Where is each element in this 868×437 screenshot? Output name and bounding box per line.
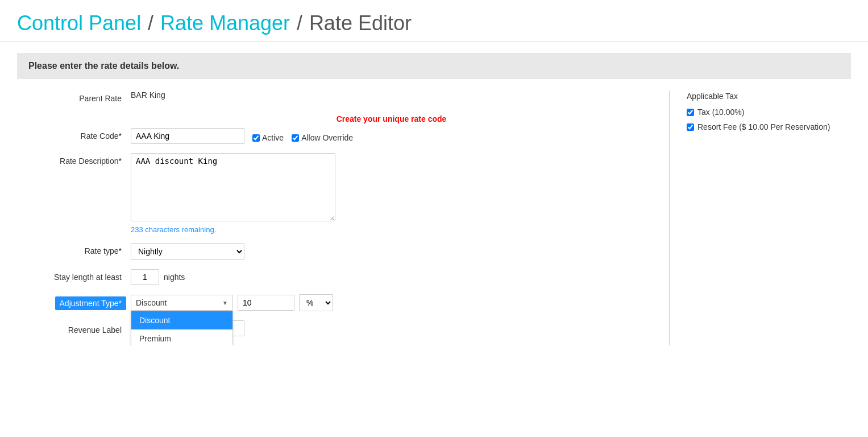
form-left: Parent Rate BAR King Create your unique … (17, 90, 669, 345)
rate-type-row: Rate type* Nightly Fixed (17, 243, 652, 260)
allow-override-checkbox-label[interactable]: Allow Override (292, 133, 353, 142)
rate-code-row: Rate Code* Active Allow Override (17, 128, 652, 144)
stay-length-label: Stay length at least (17, 269, 131, 282)
checkboxes-row: Active Allow Override (252, 130, 353, 142)
revenue-label-label: Revenue Label (17, 322, 131, 335)
stay-length-row: Stay length at least nights (17, 269, 652, 285)
rate-type-area: Nightly Fixed (131, 243, 652, 260)
tax1-label: Tax (10.00%) (697, 108, 744, 117)
adjustment-option-discount[interactable]: Discount (131, 311, 232, 329)
stay-length-input[interactable] (131, 269, 159, 285)
stay-length-unit: nights (164, 273, 185, 282)
active-checkbox-label[interactable]: Active (252, 133, 284, 142)
form-layout: Parent Rate BAR King Create your unique … (17, 90, 851, 345)
adjustment-option-premium[interactable]: Premium (131, 329, 232, 345)
rate-code-label: Rate Code* (17, 128, 131, 141)
tax2-checkbox[interactable] (687, 123, 694, 131)
rate-code-input[interactable] (131, 128, 244, 144)
chars-remaining: 233 characters remaining. (131, 225, 652, 234)
active-checkbox[interactable] (252, 134, 260, 142)
rate-description-label: Rate Description* (17, 153, 131, 166)
allow-override-label: Allow Override (301, 133, 353, 142)
adjustment-type-arrow: ▼ (222, 300, 228, 306)
rate-type-select[interactable]: Nightly Fixed (131, 243, 244, 260)
unique-rate-code-message: Create your unique rate code (17, 114, 652, 123)
adjustment-top-row: Discount ▼ Discount Premium % $ (131, 294, 333, 311)
breadcrumb: Control Panel / Rate Manager / Rate Edit… (0, 0, 868, 42)
stay-length-area: nights (131, 269, 652, 285)
adjustment-type-dropdown-wrapper: Discount ▼ Discount Premium (131, 295, 233, 311)
parent-rate-row: Parent Rate BAR King (17, 90, 652, 103)
rate-description-row: Rate Description* AAA discount King 233 … (17, 153, 652, 234)
adjustment-unit-select[interactable]: % $ (299, 294, 333, 311)
adjustment-controls: Discount ▼ Discount Premium % $ (131, 294, 333, 311)
rate-type-label: Rate type* (17, 243, 131, 255)
adjustment-label-wrap: Adjustment Type* (17, 294, 131, 310)
rate-description-area: AAA discount King 233 characters remaini… (131, 153, 652, 234)
adjustment-type-row: Adjustment Type* Discount ▼ Discount Pre… (17, 294, 652, 311)
active-label: Active (262, 133, 284, 142)
tax1-checkbox[interactable] (687, 109, 694, 116)
adjustment-type-dropdown[interactable]: Discount ▼ (131, 295, 233, 311)
adjustment-type-label: Adjustment Type* (55, 296, 126, 310)
form-header: Please enter the rate details below. (17, 53, 851, 79)
breadcrumb-rate-manager[interactable]: Rate Manager (160, 11, 290, 35)
breadcrumb-sep-1: / (148, 11, 153, 35)
main-content: Please enter the rate details below. Par… (17, 53, 851, 345)
adjustment-type-selected: Discount (136, 298, 222, 307)
adjustment-amount-input[interactable] (238, 295, 294, 311)
rate-description-textarea[interactable]: AAA discount King (131, 153, 335, 221)
breadcrumb-control-panel[interactable]: Control Panel (17, 11, 141, 35)
tax1-row: Tax (10.00%) (687, 108, 851, 117)
adjustment-type-options: Discount Premium (131, 311, 233, 345)
parent-rate-value: BAR King (131, 90, 652, 100)
breadcrumb-sep-2: / (297, 11, 302, 35)
form-right: Applicable Tax Tax (10.00%) Resort Fee (… (669, 90, 851, 345)
revenue-label-row: Revenue Label (17, 320, 652, 336)
tax2-label: Resort Fee ($ 10.00 Per Reservation) (697, 122, 830, 131)
tax2-row: Resort Fee ($ 10.00 Per Reservation) (687, 122, 851, 131)
allow-override-checkbox[interactable] (292, 134, 299, 142)
breadcrumb-rate-editor: Rate Editor (309, 11, 412, 35)
parent-rate-label: Parent Rate (17, 90, 131, 103)
applicable-tax-title: Applicable Tax (687, 90, 851, 101)
rate-code-area: Active Allow Override (131, 128, 652, 144)
